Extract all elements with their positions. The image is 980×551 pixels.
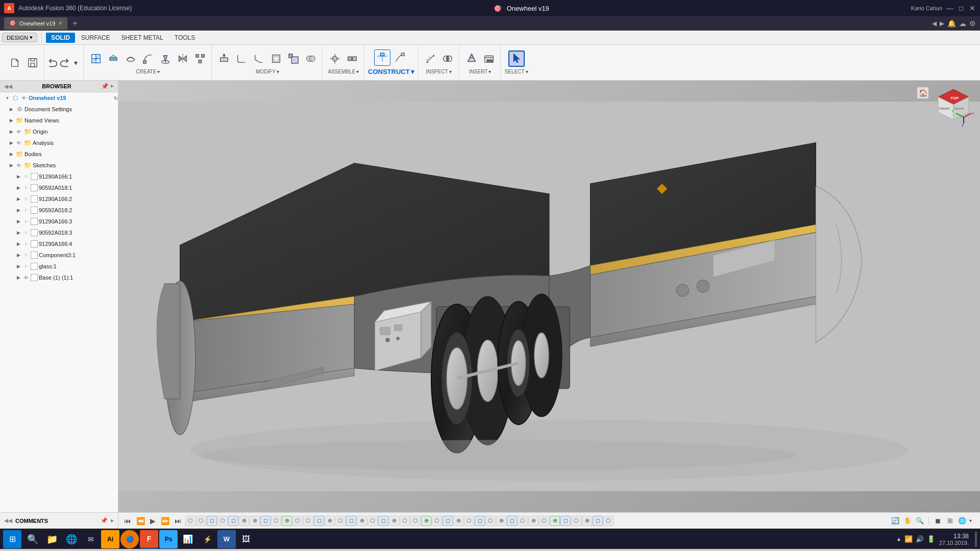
tree-item-bodies[interactable]: ▶ 📁 Bodies xyxy=(0,148,118,160)
bottom-env-dropdown[interactable]: ▾ xyxy=(969,518,972,523)
as-built-joint-icon[interactable] xyxy=(344,51,360,67)
insert-dropdown-arrow[interactable]: ▾ xyxy=(488,69,491,74)
bodies-expand-icon[interactable]: ▶ xyxy=(8,151,14,157)
fillet-icon[interactable] xyxy=(233,51,250,67)
tl-feature-12[interactable]: ⬡ xyxy=(303,516,313,526)
tree-item-91290A166-4[interactable]: ▶ 👁 91290A166:4 xyxy=(0,238,118,249)
bottom-zoom-icon[interactable]: 🔍 xyxy=(915,516,925,526)
comp5-check[interactable] xyxy=(31,218,38,225)
tl-feature-28[interactable]: ◻ xyxy=(475,516,485,526)
taskbar-word[interactable]: W xyxy=(217,530,236,548)
comp9-check[interactable] xyxy=(31,263,38,270)
tree-item-90592A018-3[interactable]: ▶ 👁 90592A018:3 xyxy=(0,227,118,238)
root-refresh-icon[interactable]: ↻ xyxy=(114,95,118,101)
file-icon[interactable] xyxy=(7,55,23,71)
timeline-play-pause[interactable]: ▶ xyxy=(149,516,157,526)
viewport-3d[interactable]: TOP RIGHT FRONT X Y Z 🏠 xyxy=(118,81,980,512)
taskbar-illustrator[interactable]: Ai xyxy=(101,530,119,548)
tl-feature-1[interactable]: ⬡ xyxy=(185,516,195,526)
comp7-expand-icon[interactable]: ▶ xyxy=(15,241,21,247)
comp7-check[interactable] xyxy=(31,240,38,247)
redo-icon[interactable] xyxy=(59,56,70,70)
tree-item-91290A166-1[interactable]: ▶ 👁 91290A166:1 xyxy=(0,171,118,182)
offset-plane-icon[interactable] xyxy=(374,49,390,66)
taskbar-arduino[interactable]: ⚡ xyxy=(198,530,216,548)
shell-icon[interactable] xyxy=(268,51,284,67)
notification-icon[interactable]: 🔔 xyxy=(947,19,956,28)
measure-icon[interactable] xyxy=(422,51,438,67)
origin-expand-icon[interactable]: ▶ xyxy=(8,129,14,135)
tl-feature-4[interactable]: ⬡ xyxy=(217,516,228,526)
settings-icon[interactable]: ⚙ xyxy=(969,19,976,28)
redo-dropdown-icon[interactable]: ▾ xyxy=(70,56,81,70)
timeline-go-to-start[interactable]: ⏮ xyxy=(122,516,133,526)
interference-icon[interactable] xyxy=(439,51,456,67)
comp2-expand-icon[interactable]: ▶ xyxy=(15,185,21,191)
tl-feature-30[interactable]: ⊕ xyxy=(496,516,506,526)
comp1-expand-icon[interactable]: ▶ xyxy=(15,173,21,180)
tl-feature-3[interactable]: ◻ xyxy=(207,516,217,526)
design-dropdown[interactable]: DESIGN ▾ xyxy=(2,33,37,42)
menu-tab-sheetmetal[interactable]: SHEET METAL xyxy=(116,33,168,43)
tl-feature-7[interactable]: ⊕ xyxy=(250,516,260,526)
taskbar-photoshop[interactable]: Ps xyxy=(159,530,178,548)
plane-along-path-icon[interactable] xyxy=(391,49,408,66)
combine-icon[interactable] xyxy=(303,51,319,67)
sketches-eye-icon[interactable]: 👁 xyxy=(15,162,22,169)
timeline-go-to-end[interactable]: ⏭ xyxy=(173,516,183,526)
taskbar-photos[interactable]: 🖼 xyxy=(237,530,255,548)
mirror-icon[interactable] xyxy=(175,51,191,67)
tl-feature-36[interactable]: ◻ xyxy=(560,516,571,526)
extrude-icon[interactable] xyxy=(105,51,121,67)
tab-bar-icon-1[interactable]: ◀ xyxy=(932,20,937,27)
minimize-icon[interactable]: — xyxy=(946,5,953,12)
tab-close-icon[interactable]: ✕ xyxy=(58,20,62,26)
chamfer-icon[interactable] xyxy=(251,51,267,67)
tl-feature-16[interactable]: ◻ xyxy=(346,516,356,526)
tl-feature-27[interactable]: ⬡ xyxy=(464,516,474,526)
comp3-eye-icon[interactable]: 👁 xyxy=(22,195,30,203)
tree-item-document-settings[interactable]: ▶ ⚙ Document Settings xyxy=(0,104,118,115)
comp6-check[interactable] xyxy=(31,229,38,236)
root-eye-icon[interactable]: 👁 xyxy=(20,94,28,102)
tree-item-91290A166-2[interactable]: ▶ 👁 91290A166:2 xyxy=(0,193,118,205)
pattern-icon[interactable] xyxy=(192,51,208,67)
timeline-step-forward[interactable]: ⏩ xyxy=(159,516,171,526)
tl-feature-29[interactable]: ⬡ xyxy=(485,516,496,526)
browser-collapse-icon[interactable]: ◀◀ xyxy=(4,84,12,89)
construct-dropdown-arrow[interactable]: ▾ xyxy=(411,68,414,76)
comp5-expand-icon[interactable]: ▶ xyxy=(15,218,21,224)
tl-feature-14[interactable]: ⊕ xyxy=(325,516,335,526)
tl-feature-39[interactable]: ◻ xyxy=(593,516,603,526)
view-cube[interactable]: TOP RIGHT FRONT X Y Z xyxy=(933,87,974,128)
tree-item-sketches[interactable]: ▶ 👁 📁 Sketches xyxy=(0,160,118,171)
comp8-expand-icon[interactable]: ▶ xyxy=(15,252,21,258)
taskbar-mail[interactable]: ✉ xyxy=(82,530,100,548)
bottom-pan-icon[interactable]: ✋ xyxy=(902,516,913,526)
tl-feature-8[interactable]: ◻ xyxy=(260,516,271,526)
comp6-expand-icon[interactable]: ▶ xyxy=(15,230,21,236)
taskbar-fusion[interactable]: F xyxy=(140,530,158,548)
tl-feature-31[interactable]: ◻ xyxy=(507,516,517,526)
taskbar-search[interactable]: 🔍 xyxy=(23,530,42,548)
comp4-eye-icon[interactable]: 👁 xyxy=(22,207,30,214)
assemble-dropdown-arrow[interactable]: ▾ xyxy=(356,69,359,74)
tree-item-named-views[interactable]: ▶ 📁 Named Views xyxy=(0,115,118,126)
tl-feature-5[interactable]: ◻ xyxy=(228,516,238,526)
comp2-check[interactable] xyxy=(31,184,38,191)
named-views-expand-icon[interactable]: ▶ xyxy=(8,117,14,123)
origin-eye-icon[interactable]: 👁 xyxy=(15,128,22,135)
start-button[interactable]: ⊞ xyxy=(3,530,21,548)
root-expand-icon[interactable]: ▾ xyxy=(4,95,10,101)
comments-pin-icon[interactable]: 📌 xyxy=(101,517,108,524)
save-icon[interactable] xyxy=(24,55,41,71)
taskbar-chrome[interactable]: 🌐 xyxy=(62,530,81,548)
tree-item-component3-1[interactable]: ▶ 👁 Component3:1 xyxy=(0,249,118,261)
select-dropdown-arrow[interactable]: ▾ xyxy=(526,69,528,74)
comp6-eye-icon[interactable]: 👁 xyxy=(22,229,30,236)
taskbar-file-explorer[interactable]: 📁 xyxy=(43,530,61,548)
comments-expand-icon[interactable]: ▸ xyxy=(111,517,114,524)
tl-feature-25[interactable]: ◻ xyxy=(443,516,453,526)
tl-feature-40[interactable]: ⬡ xyxy=(603,516,614,526)
browser-expand-all-icon[interactable]: ▸ xyxy=(111,83,114,90)
